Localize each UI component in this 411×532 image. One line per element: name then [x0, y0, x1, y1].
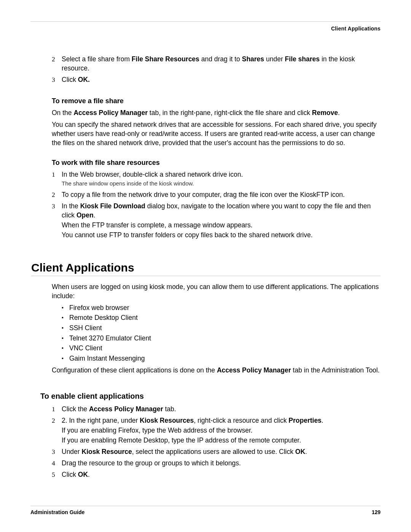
- heading-work-with-file-share: To work with file share resources: [52, 159, 381, 167]
- enable-step-item: 1Click the Access Policy Manager tab.: [52, 404, 381, 414]
- step-number: 1: [52, 170, 62, 188]
- apps-list: Firefox web browserRemote Desktop Client…: [52, 303, 381, 364]
- continued-step-item: 2Select a file share from File Share Res…: [52, 54, 381, 73]
- step-note: The share window opens inside of the kio…: [62, 180, 381, 188]
- section-rule: [31, 276, 381, 276]
- header-rule: [30, 21, 381, 22]
- apps-intro: When users are logged on using kiosk mod…: [52, 282, 381, 300]
- step-number: 3: [52, 201, 62, 240]
- step-followup: If you are enabling Remote Desktop, type…: [62, 436, 381, 445]
- step-number: 3: [52, 75, 62, 84]
- apps-list-item: VNC Client: [52, 343, 381, 353]
- footer-rule: [30, 506, 381, 506]
- step-text: 2. In the right pane, under Kiosk Resour…: [62, 416, 381, 445]
- continued-steps: 2Select a file share from File Share Res…: [52, 54, 381, 84]
- step-text: Drag the resource to the group or groups…: [62, 459, 381, 468]
- work-step-item: 2To copy a file from the network drive t…: [52, 190, 381, 199]
- footer-left: Administration Guide: [30, 509, 84, 515]
- step-number: 3: [52, 447, 62, 456]
- work-step-item: 1In the Web browser, double-click a shar…: [52, 170, 381, 188]
- enable-step-item: 4Drag the resource to the group or group…: [52, 459, 381, 468]
- heading-enable-client-apps: To enable client applications: [40, 392, 381, 401]
- step-text: In the Kiosk File Download dialog box, n…: [62, 201, 381, 240]
- apps-list-item: Remote Desktop Client: [52, 313, 381, 323]
- step-number: 2: [52, 416, 62, 445]
- running-header: Client Applications: [30, 26, 381, 32]
- work-step-item: 3In the Kiosk File Download dialog box, …: [52, 201, 381, 240]
- continued-step-item: 3Click OK.: [52, 75, 381, 84]
- step-number: 1: [52, 404, 62, 414]
- step-text: Click the Access Policy Manager tab.: [62, 404, 381, 414]
- remove-paragraph-1: On the Access Policy Manager tab, in the…: [52, 108, 381, 117]
- apps-list-item: Telnet 3270 Emulator Client: [52, 333, 381, 343]
- footer: Administration Guide 129: [30, 506, 381, 515]
- step-text: Under Kiosk Resource, select the applica…: [62, 447, 381, 456]
- section-title-client-applications: Client Applications: [31, 261, 381, 274]
- work-steps: 1In the Web browser, double-click a shar…: [52, 170, 381, 240]
- step-text: Click OK.: [62, 470, 381, 479]
- enable-step-item: 22. In the right pane, under Kiosk Resou…: [52, 416, 381, 445]
- apps-list-item: Gaim Instant Messenging: [52, 353, 381, 364]
- enable-step-item: 3Under Kiosk Resource, select the applic…: [52, 447, 381, 456]
- step-text: To copy a file from the network drive to…: [62, 190, 381, 199]
- step-text: Click OK.: [62, 75, 381, 84]
- enable-step-item: 5Click OK.: [52, 470, 381, 479]
- apps-list-item: SSH Client: [52, 323, 381, 333]
- step-number: 2: [52, 190, 62, 199]
- step-text: Select a file share from File Share Reso…: [62, 54, 381, 73]
- heading-remove-file-share: To remove a file share: [52, 97, 381, 105]
- footer-right: 129: [372, 509, 381, 515]
- step-number: 2: [52, 54, 62, 73]
- body-column: 2Select a file share from File Share Res…: [30, 54, 381, 479]
- step-number: 4: [52, 459, 62, 468]
- step-followup: You cannot use FTP to transfer folders o…: [62, 230, 381, 240]
- page: Client Applications 2Select a file share…: [0, 0, 411, 532]
- step-number: 5: [52, 470, 62, 479]
- enable-steps: 1Click the Access Policy Manager tab.22.…: [52, 404, 381, 479]
- apps-outro: Configuration of these client applicatio…: [52, 366, 381, 375]
- remove-paragraph-2: You can specify the shared network drive…: [52, 120, 381, 147]
- step-followup: When the FTP transfer is complete, a mes…: [62, 220, 381, 230]
- step-text: In the Web browser, double-click a share…: [62, 170, 381, 188]
- step-followup: If you are enabling Firefox, type the We…: [62, 426, 381, 435]
- apps-list-item: Firefox web browser: [52, 303, 381, 313]
